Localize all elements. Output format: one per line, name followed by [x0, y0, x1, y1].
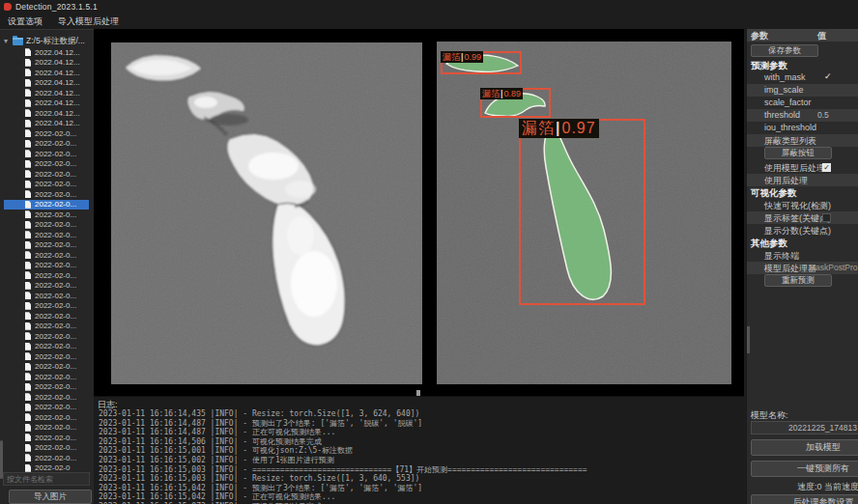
- tree-root-folder[interactable]: ▾ Z:/5-标注数据/...: [4, 36, 85, 46]
- tree-item[interactable]: 2022-02-0...: [4, 169, 89, 180]
- tree-item-label: 2022-02-0...: [35, 434, 76, 442]
- tree-item[interactable]: 2022-02-0...: [4, 351, 89, 362]
- tree-item[interactable]: 2022-02-0...: [4, 149, 89, 159]
- tree-item[interactable]: 2022-02-0...: [4, 453, 89, 463]
- tree-item[interactable]: 2022-02-0...: [4, 412, 89, 423]
- tree-item[interactable]: 2022.04.12...: [4, 119, 89, 129]
- tree-item[interactable]: 2022-02-0...: [4, 261, 89, 271]
- tree-item[interactable]: 2022-02-0...: [4, 403, 89, 413]
- param-action-button[interactable]: 屏蔽按钮: [764, 147, 832, 159]
- tree-item-label: 2022-02-0...: [35, 342, 76, 350]
- detection-class-name: 漏箔: [482, 89, 500, 98]
- file-icon: [25, 221, 31, 229]
- tree-item[interactable]: 2022-02-0...: [4, 291, 89, 301]
- tree-item[interactable]: 2022-02-0...: [4, 433, 89, 443]
- tree-item[interactable]: 2022-02-0...: [4, 210, 89, 220]
- tree-item-label: 2022-02-0...: [35, 362, 76, 371]
- tree-item[interactable]: 2022.04.12...: [4, 47, 89, 58]
- checkmark-icon[interactable]: ✓: [824, 71, 832, 81]
- log-panel: 日志: 2023-01-11 16:16:14,435 |INFO| - Res…: [94, 396, 744, 504]
- tree-item[interactable]: 2022.04.12...: [4, 78, 89, 89]
- detection-box: 漏箔|0.99: [441, 51, 522, 74]
- import-images-button[interactable]: 导入图片: [9, 490, 92, 504]
- tree-item[interactable]: 2022-02-0...: [4, 331, 89, 342]
- save-params-button[interactable]: 保存参数: [751, 44, 818, 57]
- load-model-button[interactable]: 加载模型: [751, 439, 858, 456]
- param-action-button[interactable]: 重新预测: [764, 274, 832, 287]
- detection-box: 漏箔|0.89: [480, 88, 551, 118]
- tree-item-label: 2022-02-0...: [35, 403, 76, 411]
- tree-item[interactable]: 2022.04.12...: [4, 98, 89, 109]
- file-icon: [25, 99, 31, 107]
- tree-item[interactable]: 2022-02-0...: [4, 423, 89, 434]
- tree-item[interactable]: 2022-02-0...: [4, 322, 89, 332]
- param-row: iou_threshold: [747, 122, 858, 134]
- file-icon: [25, 109, 31, 117]
- speed-status: 速度:0 当前速度: [751, 481, 858, 493]
- tree-item[interactable]: 2022-02-0...: [4, 128, 89, 139]
- param-column-header: 参数: [751, 30, 768, 42]
- file-icon: [25, 352, 31, 360]
- tree-item[interactable]: 2022-02-0...: [4, 220, 89, 231]
- tree-item[interactable]: 2022.04.12...: [4, 68, 89, 78]
- tree-item-label: 2022-02-0...: [35, 301, 76, 310]
- search-input[interactable]: [3, 472, 90, 486]
- menu-item-0[interactable]: 设置选项: [0, 15, 50, 28]
- tree-item[interactable]: 2022-02-0...: [4, 270, 89, 281]
- tree-item[interactable]: 2022-02-0...: [4, 159, 89, 170]
- tree-item-label: 2022-02-0...: [35, 312, 76, 321]
- tree-item[interactable]: 2022-02-0...: [4, 342, 89, 352]
- tree-item[interactable]: 2022-02-0...: [4, 250, 89, 261]
- log-line: 2023-01-11 16:16:15,003 |INFO| - Resize:…: [99, 474, 742, 484]
- detection-class-name: 漏箔: [522, 120, 555, 136]
- file-icon: [25, 79, 31, 87]
- file-icon: [25, 190, 31, 198]
- file-icon: [25, 383, 31, 391]
- menu-item-1[interactable]: 导入模型后处理: [50, 15, 127, 28]
- tree-item-label: 2022.04.12...: [35, 119, 80, 127]
- param-label: threshold: [764, 110, 800, 120]
- tree-item[interactable]: 2022-02-0...: [4, 200, 89, 210]
- tree-item-label: 2022-02-0...: [35, 443, 76, 452]
- tree-item[interactable]: 2022-02-0...: [4, 301, 89, 312]
- checkbox-checked[interactable]: ✓: [822, 163, 831, 172]
- param-row: 显示终端: [747, 249, 858, 262]
- file-icon: [25, 282, 31, 290]
- panel-scrollbar-thumb[interactable]: [747, 326, 750, 353]
- detection-label: 漏箔|0.97: [519, 119, 599, 138]
- tree-item[interactable]: 2022-02-0...: [4, 392, 89, 403]
- predict-all-button[interactable]: 一键预测所有: [751, 461, 858, 477]
- log-line: 2023-01-11 16:16:15,001 |INFO| - 可视化json…: [99, 446, 742, 456]
- tree-item-label: 2022-02-0...: [35, 231, 76, 239]
- tree-item-label: 2022-02-0...: [35, 271, 76, 280]
- log-line: 2023-01-11 16:16:14,487 |INFO| - 正在可视化预测…: [99, 428, 742, 437]
- file-tree: ▾ Z:/5-标注数据/... 2022.04.12...2022.04.12.…: [4, 32, 89, 474]
- tree-item[interactable]: 2022-02-0...: [4, 139, 89, 150]
- file-icon: [25, 363, 31, 371]
- checkbox-unchecked[interactable]: [822, 213, 831, 222]
- tree-item[interactable]: 2022.04.12...: [4, 58, 89, 69]
- tree-item[interactable]: 2022-02-0...: [4, 180, 89, 190]
- file-icon: [25, 444, 31, 452]
- model-name-field[interactable]: 20221225_174813: [751, 421, 858, 434]
- tree-item[interactable]: 2022-02-0...: [4, 240, 89, 251]
- log-output[interactable]: 2023-01-11 16:16:14,435 |INFO| - Resize:…: [99, 409, 742, 504]
- tree-item[interactable]: 2022-02-0...: [4, 382, 89, 393]
- tree-item[interactable]: 2022-02-0...: [4, 362, 89, 373]
- menu-bar: 设置选项导入模型后处理: [0, 14, 858, 29]
- detection-score: 0.97: [561, 120, 595, 136]
- tree-item[interactable]: 2022.04.12...: [4, 88, 89, 98]
- log-line: 2023-01-11 16:16:14,487 |INFO| - 预测出了3个结…: [99, 419, 742, 429]
- tree-item[interactable]: 2022.04.12...: [4, 108, 89, 119]
- tree-item-label: 2022.04.12...: [35, 78, 80, 87]
- tree-item[interactable]: 2022-02-0...: [4, 311, 89, 322]
- param-label: scale_factor: [764, 98, 812, 107]
- tree-item[interactable]: 2022-02-0...: [4, 230, 89, 240]
- tree-item[interactable]: 2022-02-0...: [4, 372, 89, 382]
- detection-label: 漏箔|0.89: [480, 88, 523, 99]
- tree-item[interactable]: 2022-02-0...: [4, 189, 89, 200]
- tree-item[interactable]: 2022-02-0...: [4, 443, 89, 454]
- postprocess-settings-button[interactable]: 后处理参数设置: [751, 494, 858, 504]
- file-icon: [25, 454, 31, 462]
- tree-item[interactable]: 2022-02-0...: [4, 281, 89, 292]
